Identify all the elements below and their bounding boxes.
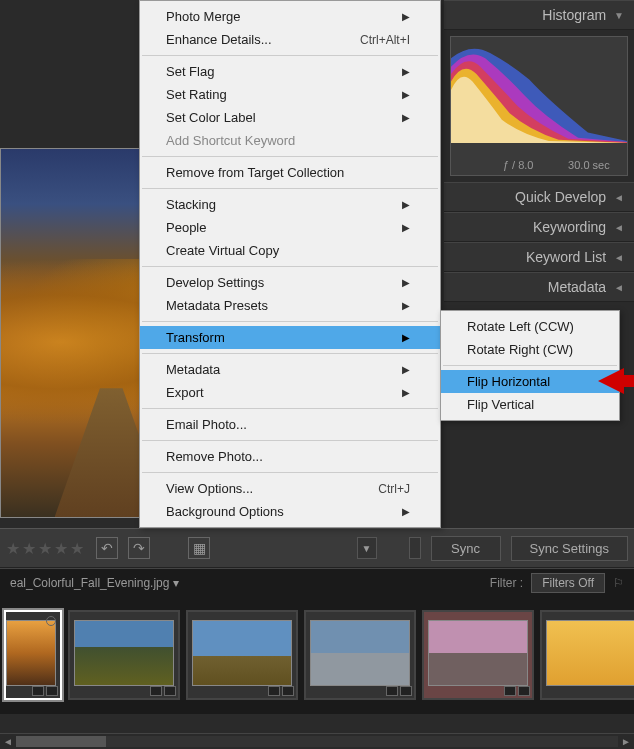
grid-icon[interactable]: ▦: [188, 537, 210, 559]
panel-quick-develop-label: Quick Develop: [515, 189, 606, 205]
expand-icon: ◄: [614, 282, 624, 293]
menu-label: Transform: [166, 330, 225, 345]
sync-settings-button[interactable]: Sync Settings: [511, 536, 629, 561]
panel-metadata[interactable]: Metadata ◄: [444, 272, 634, 302]
menu-people[interactable]: People ▶: [140, 216, 440, 239]
menu-separator: [142, 55, 438, 56]
thumbnail[interactable]: [540, 610, 634, 700]
menu-label: Create Virtual Copy: [166, 243, 279, 258]
menu-create-virtual-copy[interactable]: Create Virtual Copy: [140, 239, 440, 262]
menu-email-photo[interactable]: Email Photo...: [140, 413, 440, 436]
svg-marker-0: [598, 368, 634, 394]
menu-label: Metadata: [166, 362, 220, 377]
thumbnail[interactable]: [304, 610, 416, 700]
expand-icon: ◄: [614, 222, 624, 233]
menu-label: People: [166, 220, 206, 235]
menu-export[interactable]: Export ▶: [140, 381, 440, 404]
menu-separator: [142, 353, 438, 354]
menu-metadata-presets[interactable]: Metadata Presets ▶: [140, 294, 440, 317]
menu-label: Stacking: [166, 197, 216, 212]
menu-label: Rotate Left (CCW): [467, 319, 574, 334]
menu-background-options[interactable]: Background Options ▶: [140, 500, 440, 523]
histogram-shutter: 30.0 sec: [568, 159, 610, 171]
scroll-thumb[interactable]: [16, 736, 106, 747]
histogram-graph: [451, 37, 627, 143]
menu-separator: [443, 365, 617, 366]
submenu-arrow-icon: ▶: [402, 387, 410, 398]
menu-label: View Options...: [166, 481, 253, 496]
menu-transform[interactable]: Transform ▶: [140, 326, 440, 349]
submenu-rotate-left[interactable]: Rotate Left (CCW): [441, 315, 619, 338]
menu-separator: [142, 472, 438, 473]
submenu-arrow-icon: ▶: [402, 199, 410, 210]
rotate-ccw-icon[interactable]: ↶: [96, 537, 118, 559]
filmstrip[interactable]: [0, 596, 634, 714]
submenu-flip-vertical[interactable]: Flip Vertical: [441, 393, 619, 416]
menu-separator: [142, 440, 438, 441]
menu-label: Remove from Target Collection: [166, 165, 344, 180]
toolbar: ★★★★★ ↶ ↷ ▦ ▼ Sync Sync Settings: [0, 528, 634, 568]
menu-shortcut: Ctrl+J: [378, 482, 410, 496]
menu-label: Add Shortcut Keyword: [166, 133, 295, 148]
submenu-arrow-icon: ▶: [402, 112, 410, 123]
submenu-arrow-icon: ▶: [402, 300, 410, 311]
filter-label: Filter :: [490, 576, 523, 590]
expand-icon: ◄: [614, 252, 624, 263]
collapse-icon: ▼: [614, 10, 624, 21]
panel-metadata-label: Metadata: [548, 279, 606, 295]
menu-label: Develop Settings: [166, 275, 264, 290]
thumbnail[interactable]: [4, 610, 62, 700]
thumbnail[interactable]: [186, 610, 298, 700]
panel-keywording[interactable]: Keywording ◄: [444, 212, 634, 242]
menu-label: Rotate Right (CW): [467, 342, 573, 357]
submenu-arrow-icon: ▶: [402, 11, 410, 22]
transform-submenu: Rotate Left (CCW) Rotate Right (CW) Flip…: [440, 310, 620, 421]
filter-dropdown[interactable]: Filters Off: [531, 573, 605, 593]
menu-enhance-details[interactable]: Enhance Details... Ctrl+Alt+I: [140, 28, 440, 51]
panel-quick-develop[interactable]: Quick Develop ◄: [444, 182, 634, 212]
rating-stars[interactable]: ★★★★★: [6, 539, 86, 558]
menu-label: Background Options: [166, 504, 284, 519]
thumbnail[interactable]: [68, 610, 180, 700]
menu-view-options[interactable]: View Options... Ctrl+J: [140, 477, 440, 500]
panel-keywording-label: Keywording: [533, 219, 606, 235]
menu-photo-merge[interactable]: Photo Merge ▶: [140, 5, 440, 28]
menu-set-rating[interactable]: Set Rating ▶: [140, 83, 440, 106]
menu-label: Set Rating: [166, 87, 227, 102]
scroll-right-icon[interactable]: ►: [618, 734, 634, 749]
menu-label: Enhance Details...: [166, 32, 272, 47]
rotate-cw-icon[interactable]: ↷: [128, 537, 150, 559]
expand-icon: ◄: [614, 192, 624, 203]
menu-metadata[interactable]: Metadata ▶: [140, 358, 440, 381]
thumbnail[interactable]: [422, 610, 534, 700]
submenu-flip-horizontal[interactable]: Flip Horizontal: [441, 370, 619, 393]
menu-add-shortcut-keyword: Add Shortcut Keyword: [140, 129, 440, 152]
scroll-left-icon[interactable]: ◄: [0, 734, 16, 749]
menu-stacking[interactable]: Stacking ▶: [140, 193, 440, 216]
panel-histogram-header[interactable]: Histogram ▼: [444, 0, 634, 30]
submenu-arrow-icon: ▶: [402, 89, 410, 100]
submenu-arrow-icon: ▶: [402, 277, 410, 288]
menu-label: Export: [166, 385, 204, 400]
panel-keyword-list[interactable]: Keyword List ◄: [444, 242, 634, 272]
panel-histogram-label: Histogram: [542, 7, 606, 23]
panel-keyword-list-label: Keyword List: [526, 249, 606, 265]
menu-remove-photo[interactable]: Remove Photo...: [140, 445, 440, 468]
menu-label: Metadata Presets: [166, 298, 268, 313]
menu-set-color-label[interactable]: Set Color Label ▶: [140, 106, 440, 129]
filter-flag-icon[interactable]: ⚐: [613, 576, 624, 590]
sync-switch[interactable]: [409, 537, 421, 559]
menu-develop-settings[interactable]: Develop Settings ▶: [140, 271, 440, 294]
submenu-arrow-icon: ▶: [402, 66, 410, 77]
current-filename[interactable]: eal_Colorful_Fall_Evening.jpg ▾: [10, 576, 179, 590]
menu-separator: [142, 408, 438, 409]
toolbar-dropdown[interactable]: ▼: [357, 537, 377, 559]
menu-remove-from-target[interactable]: Remove from Target Collection: [140, 161, 440, 184]
submenu-rotate-right[interactable]: Rotate Right (CW): [441, 338, 619, 361]
menu-set-flag[interactable]: Set Flag ▶: [140, 60, 440, 83]
menu-separator: [142, 321, 438, 322]
menu-label: Email Photo...: [166, 417, 247, 432]
submenu-arrow-icon: ▶: [402, 222, 410, 233]
filmstrip-scrollbar[interactable]: ◄ ►: [0, 733, 634, 749]
sync-button[interactable]: Sync: [431, 536, 501, 561]
